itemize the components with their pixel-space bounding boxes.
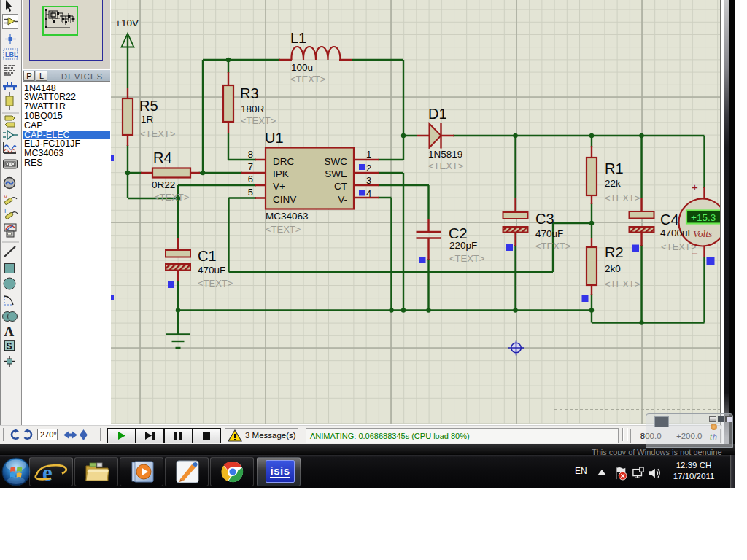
svg-text:470uF: 470uF (198, 265, 225, 276)
svg-text:+10V: +10V (115, 18, 139, 28)
svg-text:8: 8 (248, 149, 253, 160)
svg-text:DRC: DRC (273, 156, 294, 167)
svg-text:CINV: CINV (273, 194, 296, 205)
svg-text:SWE: SWE (325, 168, 347, 179)
svg-text:<TEXT>: <TEXT> (661, 241, 696, 252)
svg-text:<TEXT>: <TEXT> (535, 241, 570, 252)
svg-text:D1: D1 (428, 106, 447, 122)
svg-text:3: 3 (366, 175, 371, 186)
svg-text:S: S (7, 341, 12, 351)
svg-text:U1: U1 (265, 130, 284, 146)
svg-text:6: 6 (248, 174, 253, 184)
svg-text:<TEXT>: <TEXT> (449, 253, 484, 264)
svg-text:0R22: 0R22 (152, 179, 175, 190)
svg-text:MC34063: MC34063 (266, 211, 309, 222)
svg-text:I: I (4, 208, 6, 214)
svg-text:V+: V+ (273, 181, 285, 192)
svg-text:22k: 22k (605, 178, 621, 189)
svg-text:LBL: LBL (5, 51, 18, 58)
svg-text:+15.3: +15.3 (691, 212, 716, 223)
svg-text:CT: CT (334, 181, 347, 192)
svg-text:R3: R3 (240, 85, 259, 101)
svg-text:<TEXT>: <TEXT> (140, 128, 175, 139)
svg-text:2: 2 (366, 163, 371, 174)
svg-text:100u: 100u (291, 62, 313, 73)
svg-text:<TEXT>: <TEXT> (290, 74, 325, 85)
svg-text:C2: C2 (449, 225, 468, 241)
svg-text:V: V (4, 193, 8, 200)
svg-text:1N5819: 1N5819 (428, 149, 462, 160)
svg-text:<TEXT>: <TEXT> (198, 278, 233, 289)
svg-text:4: 4 (366, 188, 371, 199)
svg-text:R1: R1 (605, 160, 624, 176)
svg-text:<TEXT>: <TEXT> (605, 192, 640, 203)
svg-text:R2: R2 (605, 244, 624, 260)
svg-text:<TEXT>: <TEXT> (241, 115, 276, 126)
svg-text:SWC: SWC (325, 156, 348, 167)
svg-text:C3: C3 (535, 211, 554, 227)
svg-text:+: + (692, 181, 698, 193)
svg-text:180R: 180R (241, 104, 265, 114)
svg-text:1R: 1R (141, 114, 154, 125)
svg-text:470uF: 470uF (535, 228, 563, 239)
svg-text:<TEXT>: <TEXT> (154, 192, 189, 203)
svg-text:Volts: Volts (693, 228, 712, 239)
svg-text:A: A (4, 324, 15, 339)
svg-text:<TEXT>: <TEXT> (266, 224, 301, 235)
svg-text:IPK: IPK (273, 168, 289, 179)
svg-text:L1: L1 (290, 30, 306, 46)
svg-text:4700uF: 4700uF (660, 228, 694, 238)
svg-text:R5: R5 (139, 98, 158, 114)
svg-text:e: e (42, 460, 53, 486)
svg-text:7: 7 (248, 161, 253, 172)
svg-text:R4: R4 (153, 149, 172, 166)
svg-text:C4: C4 (660, 211, 679, 228)
svg-text:<TEXT>: <TEXT> (605, 279, 640, 289)
svg-text:C1: C1 (198, 248, 217, 264)
svg-text:5: 5 (248, 187, 253, 198)
svg-text:<TEXT>: <TEXT> (428, 160, 463, 171)
svg-text:V-: V- (338, 194, 347, 205)
svg-text:220pF: 220pF (449, 240, 477, 251)
svg-text:1: 1 (366, 149, 371, 160)
svg-text:2k0: 2k0 (605, 263, 621, 274)
